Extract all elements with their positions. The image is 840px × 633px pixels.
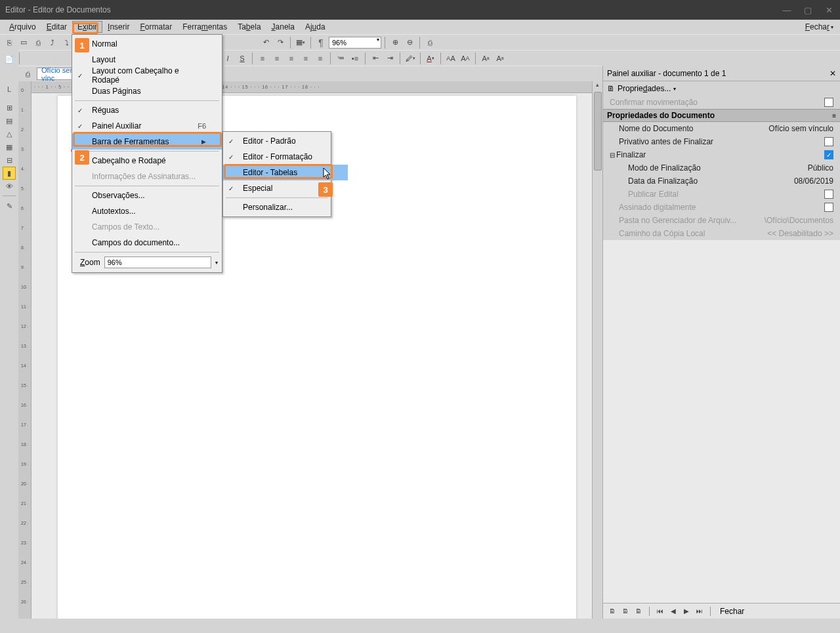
property-row[interactable]: Data da Finalização08/06/2019 bbox=[603, 174, 840, 188]
menu-item[interactable]: Duas Páginas bbox=[72, 83, 222, 99]
menu-item[interactable]: Barra de Ferramentas▶ bbox=[72, 134, 222, 150]
zoom-combo[interactable]: ▾ bbox=[329, 36, 381, 49]
next-icon[interactable]: ▶ bbox=[681, 606, 692, 617]
menu-tabela[interactable]: Tabela bbox=[232, 21, 266, 33]
left-rail: 📄 L ⊞ ▤ △ ▦ ⊟ ▮ 👁 ✎ bbox=[0, 50, 18, 619]
highlight-color-icon[interactable]: 🖉▾ bbox=[404, 52, 417, 65]
rail-icon[interactable]: 👁 bbox=[3, 180, 16, 193]
footer-icon[interactable]: 🗎 bbox=[633, 606, 644, 617]
case-icon[interactable]: AA bbox=[444, 52, 457, 65]
property-row[interactable]: ⊟Finalizar✓ bbox=[603, 148, 840, 161]
toolbar-btn[interactable]: ⎘ bbox=[3, 36, 16, 49]
menu-item[interactable]: Normal bbox=[72, 36, 222, 52]
property-row[interactable]: Privativo antes de Finalizar bbox=[603, 135, 840, 148]
first-icon[interactable]: ⏮ bbox=[655, 606, 665, 617]
property-row[interactable]: Modo de FinalizaçãoPúblico bbox=[603, 161, 840, 174]
rail-icon[interactable]: ▤ bbox=[3, 114, 16, 127]
superscript-icon[interactable]: Aa bbox=[479, 52, 492, 65]
menu-item[interactable]: ✓Painel AuxiliarF6 bbox=[72, 118, 222, 134]
side-panel: Painel auxiliar - documento 1 de 1 ✕ 🗎 P… bbox=[602, 66, 840, 619]
ruler-vertical: 0·1·2·3·4·5·6·7·8·9·10·11·12·13·14·15·16… bbox=[18, 81, 32, 619]
menu-inserir[interactable]: Inserir bbox=[102, 21, 135, 33]
menu-exibir[interactable]: Exibir bbox=[72, 21, 102, 33]
menu-item: Campos de Texto... bbox=[72, 219, 222, 235]
property-row: Caminho da Cópia Local<< Desabilitado >> bbox=[603, 227, 840, 240]
dropdown-barra-ferramentas[interactable]: ✓Editor - Padrão✓Editor - FormataçãoEdit… bbox=[222, 131, 331, 217]
checkbox[interactable]: ✓ bbox=[824, 150, 833, 159]
checkbox[interactable] bbox=[824, 137, 833, 146]
scrollbar-vertical[interactable]: ▴ bbox=[592, 81, 602, 619]
underline-icon[interactable]: S bbox=[236, 52, 249, 65]
rail-icon[interactable]: ✎ bbox=[3, 199, 16, 213]
rail-icon[interactable]: ⊟ bbox=[3, 153, 16, 167]
rail-icon[interactable]: ⊞ bbox=[3, 101, 16, 114]
menu-item[interactable]: Autotextos... bbox=[72, 203, 222, 219]
menu-item[interactable]: Layout bbox=[72, 52, 222, 68]
menu-item[interactable]: Campos do documento... bbox=[72, 235, 222, 251]
menu-item[interactable]: Observações... bbox=[72, 188, 222, 203]
rail-icon[interactable]: ▦ bbox=[3, 140, 16, 153]
zoom-in-icon[interactable]: ⊕ bbox=[388, 36, 402, 49]
align-right-icon[interactable]: ≡ bbox=[285, 52, 298, 65]
table-icon[interactable]: ▦▾ bbox=[294, 36, 307, 49]
footer-icon[interactable]: 🗎 bbox=[607, 606, 618, 617]
indent-inc-icon[interactable]: ⇥ bbox=[383, 52, 396, 65]
zoom-out-icon[interactable]: ⊖ bbox=[403, 36, 416, 49]
dropdown-exibir[interactable]: NormalLayout✓Layout com Cabeçalho e Roda… bbox=[72, 34, 222, 273]
property-row[interactable]: Nome do DocumentoOfício sem vínculo bbox=[603, 122, 840, 135]
toolbar-btn[interactable]: ▭ bbox=[17, 36, 30, 49]
tab-list-icon[interactable]: ⎙ bbox=[21, 68, 34, 81]
align-justify-icon[interactable]: ≡ bbox=[299, 52, 312, 65]
toolbar-btn[interactable]: ⎙ bbox=[423, 36, 436, 49]
zoom-input[interactable] bbox=[104, 256, 211, 268]
toolbar-btn[interactable]: ⎙ bbox=[32, 36, 45, 49]
side-panel-body bbox=[603, 240, 840, 603]
align-center-icon[interactable]: ≡ bbox=[270, 52, 284, 65]
menu-item[interactable]: ✓Réguas bbox=[72, 102, 222, 118]
menu-ferramentas[interactable]: Ferramentas bbox=[177, 21, 232, 33]
title-bar: Editor - Editor de Documentos — ▢ ✕ bbox=[0, 0, 840, 20]
menubar-close-button[interactable]: Fechar▾ bbox=[803, 22, 836, 31]
prev-icon[interactable]: ◀ bbox=[668, 606, 679, 617]
indent-dec-icon[interactable]: ⇤ bbox=[369, 52, 382, 65]
list-bullet-icon[interactable]: •≡ bbox=[348, 52, 362, 65]
font-color-icon[interactable]: A▾ bbox=[424, 52, 437, 65]
property-header: Propriedades do Documento≡ bbox=[603, 109, 840, 122]
menu-item[interactable]: Cabeçalho e Rodapé bbox=[72, 153, 222, 169]
undo-icon[interactable]: ↶ bbox=[259, 36, 272, 49]
menu-editar[interactable]: Editar bbox=[41, 21, 72, 33]
side-panel-title-text: Painel auxiliar - documento 1 de 1 bbox=[607, 69, 726, 78]
menu-item[interactable]: ✓Layout com Cabeçalho e Rodapé bbox=[72, 68, 222, 83]
italic-icon[interactable]: I bbox=[221, 52, 234, 65]
menu-item[interactable]: Personalizar... bbox=[223, 199, 348, 215]
scrollbar-thumb[interactable] bbox=[594, 92, 602, 171]
align-dist-icon[interactable]: ≡ bbox=[314, 52, 327, 65]
redo-icon[interactable]: ↷ bbox=[274, 36, 287, 49]
footer-close-button[interactable]: Fechar bbox=[720, 607, 744, 616]
footer-icon[interactable]: 🗎 bbox=[620, 606, 631, 617]
case-icon[interactable]: AA bbox=[459, 52, 472, 65]
maximize-icon[interactable]: ▢ bbox=[802, 5, 814, 15]
last-icon[interactable]: ⏭ bbox=[694, 606, 705, 617]
menu-item[interactable]: ✓Editor - Formatação bbox=[223, 149, 348, 165]
close-icon[interactable]: ✕ bbox=[823, 5, 835, 15]
close-icon[interactable]: ✕ bbox=[830, 69, 836, 78]
rail-icon[interactable]: 📄 bbox=[3, 52, 16, 66]
side-panel-section[interactable]: 🗎 Propriedades... ▾ bbox=[603, 81, 840, 96]
app-title: Editor - Editor de Documentos bbox=[5, 5, 111, 14]
menu-item[interactable]: ✓Editor - Padrão bbox=[223, 133, 348, 149]
checkbox bbox=[824, 190, 833, 199]
menu-formatar[interactable]: Formatar bbox=[135, 21, 177, 33]
minimize-icon[interactable]: — bbox=[781, 5, 793, 15]
toolbar-btn[interactable]: ⤴ bbox=[46, 36, 59, 49]
menu-ajuda[interactable]: Ajuda bbox=[300, 21, 331, 33]
pilcrow-icon[interactable]: ¶ bbox=[314, 36, 327, 49]
subscript-icon[interactable]: Aa bbox=[494, 52, 507, 65]
list-number-icon[interactable]: ≔ bbox=[334, 52, 347, 65]
rail-icon[interactable]: L bbox=[3, 83, 16, 96]
menu-arquivo[interactable]: Arquivo bbox=[4, 21, 41, 33]
rail-icon[interactable]: ▮ bbox=[3, 167, 16, 180]
rail-icon[interactable]: △ bbox=[3, 127, 16, 140]
menu-janela[interactable]: Janela bbox=[266, 21, 300, 33]
align-left-icon[interactable]: ≡ bbox=[256, 52, 269, 65]
